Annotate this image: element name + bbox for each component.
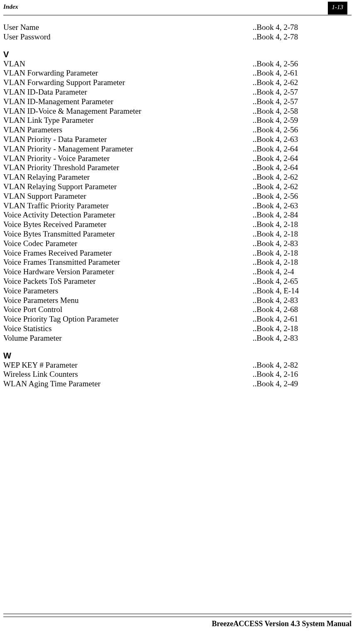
- index-entry: Voice Codec Parameter..Book 4, 2-83: [3, 239, 352, 249]
- index-entry-ref: ..Book 4, 2-57: [253, 88, 352, 97]
- index-entry-ref: ..Book 4, 2-16: [253, 370, 352, 379]
- index-entry-ref: ..Book 4, 2-83: [253, 239, 352, 249]
- index-entry-ref: ..Book 4, 2-83: [253, 296, 352, 305]
- index-entry-ref: ..Book 4, 2-57: [253, 97, 352, 107]
- index-entry-term: WEP KEY # Parameter: [3, 361, 253, 370]
- index-entry: VLAN Support Parameter..Book 4, 2-56: [3, 192, 352, 201]
- index-entry-term: VLAN Link Type Parameter: [3, 116, 253, 125]
- index-entry-ref: ..Book 4, 2-61: [253, 68, 352, 78]
- index-entry-ref: ..Book 4, 2-78: [253, 32, 352, 42]
- index-entry: Voice Port Control..Book 4, 2-68: [3, 305, 352, 315]
- index-entry-ref: ..Book 4, 2-62: [253, 173, 352, 182]
- index-entry-ref: ..Book 4, 2-83: [253, 334, 352, 343]
- index-entry-ref: ..Book 4, 2-18: [253, 249, 352, 258]
- index-entry: VLAN Link Type Parameter..Book 4, 2-59: [3, 116, 352, 125]
- index-entry: VLAN Priority - Management Parameter..Bo…: [3, 144, 352, 154]
- index-entry: Voice Frames Received Parameter..Book 4,…: [3, 249, 352, 258]
- index-entry: Voice Parameters..Book 4, E-14: [3, 286, 352, 296]
- index-entry-ref: ..Book 4, 2-84: [253, 210, 352, 220]
- index-entry-term: User Password: [3, 32, 253, 42]
- index-entry-term: Voice Parameters Menu: [3, 296, 253, 305]
- index-entry-term: Wireless Link Counters: [3, 370, 253, 379]
- index-entry-term: Voice Port Control: [3, 305, 253, 315]
- index-entry-ref: ..Book 4, 2-62: [253, 78, 352, 88]
- index-body: User Name..Book 4, 2-78User Password..Bo…: [3, 15, 352, 389]
- index-entry-term: VLAN Parameters: [3, 125, 253, 135]
- index-entry: Volume Parameter..Book 4, 2-83: [3, 334, 352, 343]
- index-entry-ref: ..Book 4, 2-68: [253, 305, 352, 315]
- index-entry: User Name..Book 4, 2-78: [3, 23, 352, 32]
- index-entry-term: Voice Packets ToS Parameter: [3, 277, 253, 286]
- index-entry: WLAN Aging Time Parameter..Book 4, 2-49: [3, 379, 352, 389]
- index-entry: Voice Statistics..Book 4, 2-18: [3, 324, 352, 334]
- index-section-letter: W: [3, 351, 352, 361]
- index-entry-term: VLAN Forwarding Support Parameter: [3, 78, 253, 88]
- index-entry-ref: ..Book 4, 2-78: [253, 23, 352, 32]
- index-entry-term: VLAN ID-Voice & Management Parameter: [3, 107, 253, 116]
- index-entry-term: WLAN Aging Time Parameter: [3, 379, 253, 389]
- index-entry-term: Volume Parameter: [3, 334, 253, 343]
- header-section-label: Index: [3, 3, 18, 10]
- index-entry-term: Voice Priority Tag Option Parameter: [3, 315, 253, 324]
- index-entry: Voice Bytes Transmitted Parameter..Book …: [3, 229, 352, 239]
- index-entry: Wireless Link Counters..Book 4, 2-16: [3, 370, 352, 379]
- index-entry-ref: ..Book 4, E-14: [253, 286, 352, 296]
- index-entry-term: VLAN Priority - Data Parameter: [3, 135, 253, 144]
- index-entry: Voice Hardware Version Parameter..Book 4…: [3, 267, 352, 277]
- index-entry: VLAN Relaying Support Parameter..Book 4,…: [3, 182, 352, 192]
- index-entry-ref: ..Book 4, 2-18: [253, 229, 352, 239]
- index-entry: VLAN Parameters..Book 4, 2-56: [3, 125, 352, 135]
- index-entry-ref: ..Book 4, 2-63: [253, 201, 352, 211]
- index-entry: VLAN Priority - Data Parameter..Book 4, …: [3, 135, 352, 144]
- index-entry-term: VLAN Priority - Voice Parameter: [3, 154, 253, 163]
- index-entry-term: Voice Statistics: [3, 324, 253, 334]
- index-entry: VLAN ID-Management Parameter..Book 4, 2-…: [3, 97, 352, 107]
- index-entry-term: VLAN Relaying Parameter: [3, 173, 253, 182]
- index-section-letter: V: [3, 49, 352, 59]
- index-entry-term: Voice Frames Transmitted Parameter: [3, 258, 253, 267]
- index-entry-term: VLAN Traffic Priority Parameter: [3, 201, 253, 211]
- index-entry: Voice Frames Transmitted Parameter..Book…: [3, 258, 352, 267]
- index-entry-term: VLAN Forwarding Parameter: [3, 68, 253, 78]
- index-entry-ref: ..Book 4, 2-65: [253, 277, 352, 286]
- index-entry-term: VLAN ID-Data Parameter: [3, 88, 253, 97]
- index-entry-term: Voice Bytes Transmitted Parameter: [3, 229, 253, 239]
- index-entry-ref: ..Book 4, 2-64: [253, 144, 352, 154]
- index-entry-term: Voice Codec Parameter: [3, 239, 253, 249]
- index-entry-term: VLAN ID-Management Parameter: [3, 97, 253, 107]
- index-entry-ref: ..Book 4, 2-63: [253, 135, 352, 144]
- index-entry: VLAN Priority - Voice Parameter..Book 4,…: [3, 154, 352, 163]
- index-entry-term: Voice Hardware Version Parameter: [3, 267, 253, 277]
- index-entry-ref: ..Book 4, 2-59: [253, 116, 352, 125]
- index-entry-ref: ..Book 4, 2-18: [253, 258, 352, 267]
- page-number-badge: 1-13: [328, 2, 348, 15]
- index-entry: VLAN ID-Voice & Management Parameter..Bo…: [3, 107, 352, 116]
- index-entry-ref: ..Book 4, 2-61: [253, 315, 352, 324]
- index-entry-term: VLAN: [3, 59, 253, 69]
- index-entry-ref: ..Book 4, 2-62: [253, 182, 352, 192]
- index-entry: Voice Packets ToS Parameter..Book 4, 2-6…: [3, 277, 352, 286]
- index-entry: VLAN Forwarding Support Parameter..Book …: [3, 78, 352, 88]
- index-entry-term: VLAN Support Parameter: [3, 192, 253, 201]
- index-entry: Voice Activity Detection Parameter..Book…: [3, 210, 352, 220]
- index-entry-ref: ..Book 4, 2-4: [253, 267, 352, 277]
- page-header: Index 1-13: [3, 4, 352, 15]
- index-entry-term: Voice Frames Received Parameter: [3, 249, 253, 258]
- index-entry: VLAN Traffic Priority Parameter..Book 4,…: [3, 201, 352, 211]
- index-entry-ref: ..Book 4, 2-18: [253, 324, 352, 334]
- manual-title: BreezeACCESS Version 4.3 System Manual: [3, 617, 352, 628]
- index-entry-ref: ..Book 4, 2-64: [253, 163, 352, 173]
- index-entry-term: Voice Bytes Received Parameter: [3, 220, 253, 229]
- index-entry-ref: ..Book 4, 2-58: [253, 107, 352, 116]
- index-entry: Voice Priority Tag Option Parameter..Boo…: [3, 315, 352, 324]
- index-entry-term: VLAN Priority - Management Parameter: [3, 144, 253, 154]
- index-entry: VLAN ID-Data Parameter..Book 4, 2-57: [3, 88, 352, 97]
- index-entry-term: Voice Activity Detection Parameter: [3, 210, 253, 220]
- index-entry-term: VLAN Relaying Support Parameter: [3, 182, 253, 192]
- index-entry-term: Voice Parameters: [3, 286, 253, 296]
- index-entry: Voice Bytes Received Parameter..Book 4, …: [3, 220, 352, 229]
- index-entry-ref: ..Book 4, 2-18: [253, 220, 352, 229]
- index-entry: WEP KEY # Parameter..Book 4, 2-82: [3, 361, 352, 370]
- index-entry: VLAN Priority Threshold Parameter..Book …: [3, 163, 352, 173]
- index-entry-ref: ..Book 4, 2-56: [253, 192, 352, 201]
